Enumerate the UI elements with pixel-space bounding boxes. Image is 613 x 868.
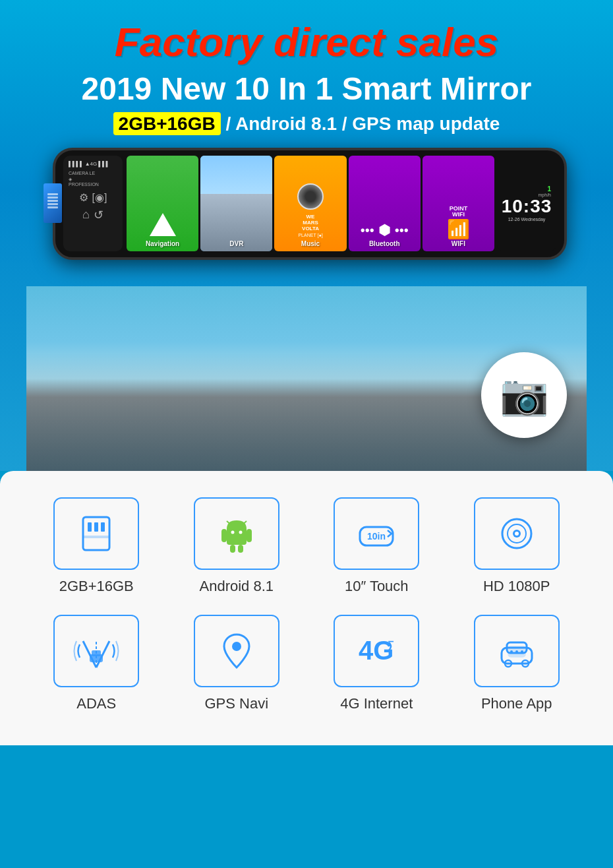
phone-app-icon xyxy=(494,628,540,674)
svg-rect-2 xyxy=(94,522,98,532)
feature-phone: Phone App xyxy=(453,615,581,712)
svg-point-34 xyxy=(521,650,523,653)
product-title: 2019 New 10 In 1 Smart Mirror xyxy=(26,70,587,108)
bottom-section: 2GB+16GB Andro xyxy=(0,471,613,745)
camera-circle: 📷 xyxy=(481,352,567,438)
dvr-tile: DVR xyxy=(200,156,272,251)
speed-value: 1 xyxy=(547,185,551,193)
gps-icon-box xyxy=(194,615,279,687)
svg-rect-10 xyxy=(238,545,243,553)
hd-icon-box xyxy=(474,497,560,570)
feature-4g: 4G ⁻ 4G Internet xyxy=(313,615,440,712)
storage-label: 2GB+16GB xyxy=(59,578,134,595)
bluetooth-label: Bluetooth xyxy=(369,240,400,247)
nav-triangle xyxy=(150,213,176,236)
storage-icon-box xyxy=(53,497,139,570)
svg-rect-9 xyxy=(230,545,235,553)
features-grid: 2GB+16GB Andro xyxy=(33,497,580,712)
svg-text:10in: 10in xyxy=(367,531,386,542)
subtitle-text: / Android 8.1 / GPS map update xyxy=(225,113,500,134)
touch-icon: 10in xyxy=(353,511,399,557)
factory-title: Factory direct sales xyxy=(26,20,587,65)
status-bar: ▌▌▌▌ ▲4G ▌▌▌ xyxy=(69,161,117,167)
left-nav-icons: ⌂ ↺ xyxy=(69,208,117,222)
music-label: Music xyxy=(301,240,320,247)
adas-icon-box xyxy=(53,615,139,687)
svg-rect-1 xyxy=(88,522,92,532)
music-album: PLANET [●] xyxy=(298,233,322,237)
touch-icon-box: 10in xyxy=(334,497,419,570)
music-tile: WEMARSVOLTA PLANET [●] Music xyxy=(274,156,346,251)
mirror-left-panel: ▌▌▌▌ ▲4G ▌▌▌ CAMERA LE◈PROFESSION ⚙ [◉] … xyxy=(63,156,123,251)
top-section: Factory direct sales 2019 New 10 In 1 Sm… xyxy=(0,0,613,471)
bluetooth-tile: ••• ⬢ ••• Bluetooth xyxy=(349,156,421,251)
time-display: 10:33 xyxy=(502,197,552,216)
svg-point-26 xyxy=(232,642,241,651)
bt-dots: ••• ⬢ ••• xyxy=(361,222,409,239)
adas-icon xyxy=(73,628,119,674)
4g-icon-box: 4G ⁻ xyxy=(334,615,419,687)
svg-rect-7 xyxy=(221,529,227,542)
adas-label: ADAS xyxy=(76,695,116,712)
svg-point-33 xyxy=(515,650,518,653)
music-artist: WEMARSVOLTA xyxy=(302,214,319,232)
sd-card-icon xyxy=(73,511,119,557)
4g-internet-icon: 4G ⁻ xyxy=(353,628,399,674)
hd-label: HD 1080P xyxy=(483,578,550,595)
android-label: Android 8.1 xyxy=(199,578,274,595)
wifi-icon: 📶 xyxy=(447,218,470,240)
wifi-label: WIFI xyxy=(452,240,465,247)
feature-adas: ADAS xyxy=(33,615,160,712)
nav-label: Navigation xyxy=(146,240,179,247)
feature-hd: HD 1080P xyxy=(453,497,581,595)
date-display: 12-26 Wednesday xyxy=(508,217,546,222)
camera-label: CAMERA LE◈PROFESSION xyxy=(69,171,117,187)
phone-label: Phone App xyxy=(481,695,552,712)
left-icons: ⚙ [◉] xyxy=(69,191,117,204)
subtitle-row: 2GB+16GB / Android 8.1 / GPS map update xyxy=(26,113,587,135)
android-icon-box xyxy=(194,497,279,570)
phone-icon-box xyxy=(474,615,560,687)
storage-badge: 2GB+16GB xyxy=(113,112,221,135)
music-cd xyxy=(297,183,324,210)
mirror-right-panel: 1 mph/h 10:33 12-26 Wednesday xyxy=(497,156,556,251)
wifi-tile: POINTWIFI 📶 WIFI xyxy=(423,156,494,251)
feature-android: Android 8.1 xyxy=(173,497,301,595)
road-scene: 📷 xyxy=(26,286,587,471)
android-icon xyxy=(214,511,260,557)
gps-icon xyxy=(214,628,260,674)
svg-rect-8 xyxy=(247,529,252,542)
navigation-tile: Navigation xyxy=(127,156,198,251)
4g-label: 4G Internet xyxy=(340,695,413,712)
svg-rect-3 xyxy=(101,522,105,532)
svg-point-20 xyxy=(515,532,519,536)
svg-rect-0 xyxy=(83,517,109,550)
svg-rect-4 xyxy=(83,536,109,538)
feature-gps: GPS Navi xyxy=(173,615,301,712)
sd-card xyxy=(44,183,62,223)
wifi-point-label: POINTWIFI xyxy=(450,206,468,219)
mirror-screen: Navigation DVR WEMARSVOLTA PLANET [●] Mu… xyxy=(127,156,494,251)
feature-touch: 10in 10″ Touch xyxy=(313,497,440,595)
gps-label: GPS Navi xyxy=(204,695,268,712)
svg-point-11 xyxy=(231,530,234,534)
svg-rect-25 xyxy=(92,650,101,656)
feature-storage: 2GB+16GB xyxy=(33,497,160,595)
dvr-sky xyxy=(200,156,272,194)
dvr-label: DVR xyxy=(200,240,272,247)
touch-label: 10″ Touch xyxy=(345,578,409,595)
svg-point-12 xyxy=(239,530,242,534)
camera-icon: 📷 xyxy=(500,371,549,418)
mirror-device: ▌▌▌▌ ▲4G ▌▌▌ CAMERA LE◈PROFESSION ⚙ [◉] … xyxy=(53,148,567,260)
mirror-container: ▌▌▌▌ ▲4G ▌▌▌ CAMERA LE◈PROFESSION ⚙ [◉] … xyxy=(26,148,593,293)
camera-hd-icon xyxy=(494,511,540,557)
svg-point-32 xyxy=(510,650,513,653)
